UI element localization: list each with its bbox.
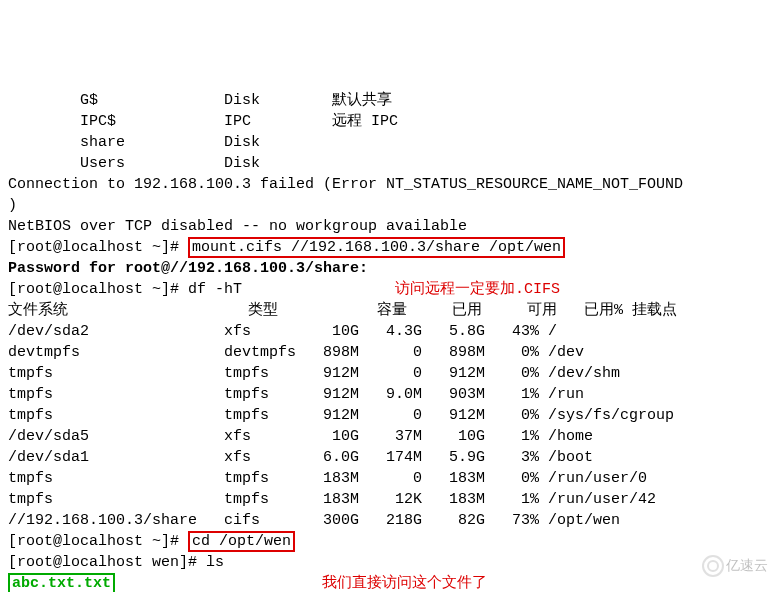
ls-output-boxed: abc.txt.txt — [8, 573, 115, 592]
df-row: /dev/sda2 xfs 10G 4.3G 5.8G 43% / — [8, 323, 557, 340]
df-row: tmpfs tmpfs 183M 0 183M 0% /run/user/0 — [8, 470, 647, 487]
df-row: tmpfs tmpfs 912M 0 912M 0% /dev/shm — [8, 365, 620, 382]
terminal-output: G$ Disk 默认共享 IPC$ IPC 远程 IPC share Disk … — [8, 90, 772, 592]
prompt: [root@localhost ~]# — [8, 239, 188, 256]
password-prompt: Password for root@//192.168.100.3/share: — [8, 260, 368, 277]
cmd-mount-boxed: mount.cifs //192.168.100.3/share /opt/we… — [188, 237, 565, 258]
df-row: tmpfs tmpfs 912M 0 912M 0% /sys/fs/cgrou… — [8, 407, 674, 424]
conn-error: Connection to 192.168.100.3 failed (Erro… — [8, 176, 683, 214]
annotation-file: 我们直接访问这个文件了 — [322, 575, 487, 592]
df-row: devtmpfs devtmpfs 898M 0 898M 0% /dev — [8, 344, 584, 361]
prompt: [root@localhost ~]# df -hT — [8, 281, 242, 298]
df-row: //192.168.100.3/share cifs 300G 218G 82G… — [8, 512, 620, 529]
cmd-cd-boxed: cd /opt/wen — [188, 531, 295, 552]
share-list: G$ Disk 默认共享 IPC$ IPC 远程 IPC share Disk … — [8, 92, 398, 172]
df-row: tmpfs tmpfs 912M 9.0M 903M 1% /run — [8, 386, 584, 403]
df-header: 文件系统 类型 容量 已用 可用 已用% 挂载点 — [8, 302, 677, 319]
prompt: [root@localhost ~]# — [8, 533, 188, 550]
annotation-cifs: 访问远程一定要加.CIFS — [395, 281, 560, 298]
watermark-logo: 亿速云 — [702, 555, 768, 577]
df-row: tmpfs tmpfs 183M 12K 183M 1% /run/user/4… — [8, 491, 656, 508]
df-row: /dev/sda5 xfs 10G 37M 10G 1% /home — [8, 428, 593, 445]
prompt: [root@localhost wen]# ls — [8, 554, 224, 571]
df-row: /dev/sda1 xfs 6.0G 174M 5.9G 3% /boot — [8, 449, 593, 466]
netbios-msg: NetBIOS over TCP disabled -- no workgrou… — [8, 218, 467, 235]
